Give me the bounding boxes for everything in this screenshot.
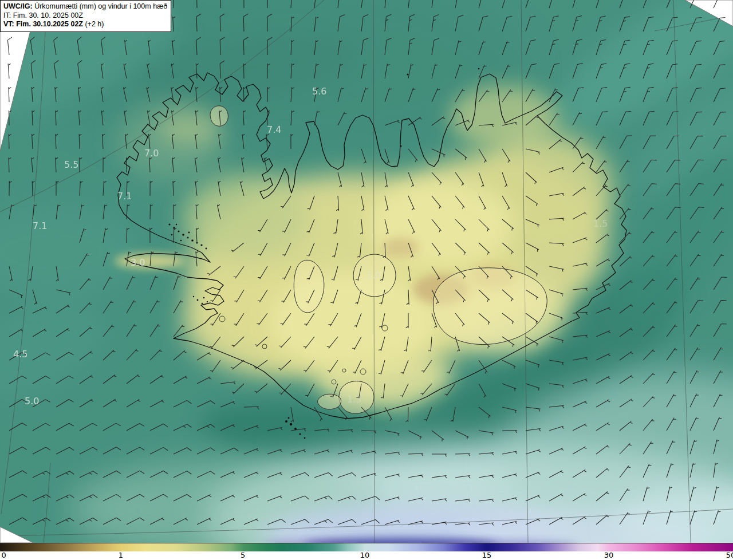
- contour-label: 1.5: [593, 218, 608, 229]
- contour-label: 5.5: [64, 159, 78, 170]
- contour-label: 7.1: [33, 220, 47, 231]
- valid-time: VT: Fim. 30.10.2025 02Z: [3, 20, 83, 28]
- valid-offset: (+2 h): [83, 20, 104, 28]
- contour-label: 7.0: [144, 148, 159, 159]
- colorbar-tick-labels: 01510153050: [0, 551, 733, 560]
- product-name: Úrkomumætti (mm) og vindur i 100m hæð: [33, 2, 167, 10]
- iceland-precipitation-wind-map: 5.67.47.05.57.17.13.01.01.54.55.01.3: [0, 0, 733, 543]
- colorbar-tick-15: 15: [482, 551, 492, 559]
- init-time-line: IT: Fim. 30. 10. 2025 00Z: [3, 11, 167, 21]
- contour-label: 1.0: [366, 270, 381, 281]
- model-id: UWC/IG:: [3, 2, 33, 10]
- weather-map-product: { "title_box": { "line1_bold": "UWC/IG:"…: [0, 0, 733, 560]
- colorbar-tick-5: 5: [241, 551, 245, 559]
- contour-label: 5.6: [312, 86, 326, 97]
- contour-label: 3.0: [131, 257, 145, 268]
- contour-label: 7.4: [267, 124, 281, 135]
- colorbar-tick-1: 1: [119, 551, 123, 559]
- precipitation-colorbar: 01510153050: [0, 543, 733, 560]
- valid-time-line: VT: Fim. 30.10.2025 02Z (+2 h): [3, 20, 167, 29]
- colorbar-tick-0: 0: [2, 551, 6, 559]
- contour-label: 4.5: [13, 349, 27, 360]
- title-box: UWC/IG: Úrkomumætti (mm) og vindur i 100…: [0, 0, 171, 32]
- product-title-line: UWC/IG: Úrkomumætti (mm) og vindur i 100…: [3, 2, 167, 11]
- colorbar-tick-30: 30: [604, 551, 614, 559]
- colorbar-tick-50: 50: [726, 551, 733, 559]
- colorbar-tick-10: 10: [360, 551, 370, 559]
- contour-label: 7.1: [117, 191, 132, 202]
- contour-label: 5.0: [25, 396, 39, 407]
- colorbar-gradient: [0, 543, 733, 551]
- contour-label: 1.3: [347, 394, 361, 405]
